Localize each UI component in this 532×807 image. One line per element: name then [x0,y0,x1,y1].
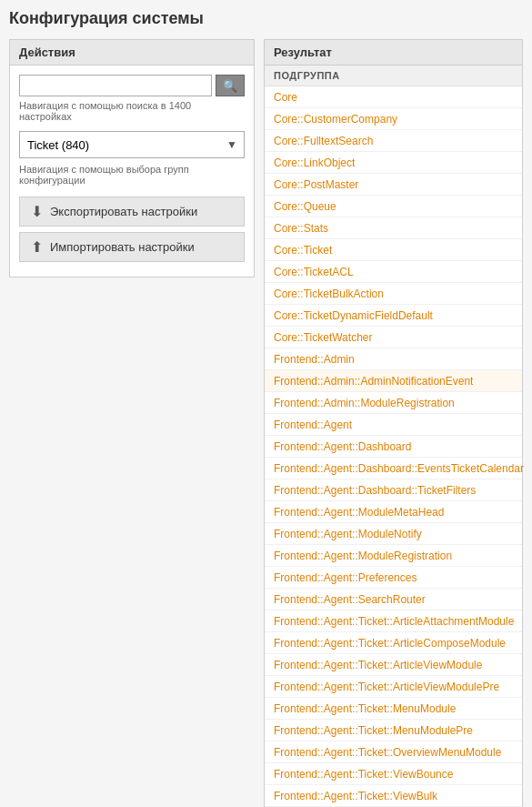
list-item: Core::Stats [265,217,522,239]
result-link-23[interactable]: Frontend::Agent::SearchRouter [274,593,426,606]
result-list: CoreCore::CustomerCompanyCore::FulltextS… [265,86,522,807]
import-label: Импортировать настройки [50,240,195,254]
result-link-12[interactable]: Frontend::Admin [274,353,355,366]
result-link-11[interactable]: Core::TicketWatcher [274,331,372,344]
group-select-wrapper: Ticket (840) Core (200) Frontend (300) ▼ [19,131,245,158]
list-item: Core::TicketDynamicFieldDefault [265,305,522,327]
result-link-2[interactable]: Core::FulltextSearch [274,135,373,147]
search-hint: Навигация с помощью поиска в 1400 настро… [19,100,245,122]
list-item: Frontend::Agent::Dashboard::TicketFilter… [265,479,522,501]
result-link-30[interactable]: Frontend::Agent::Ticket::OverviewMenuMod… [274,746,501,759]
result-link-13[interactable]: Frontend::Admin::AdminNotificationEvent [274,375,473,388]
result-link-26[interactable]: Frontend::Agent::Ticket::ArticleViewModu… [274,659,482,671]
result-link-21[interactable]: Frontend::Agent::ModuleRegistration [274,550,452,562]
result-link-3[interactable]: Core::LinkObject [274,156,355,169]
result-link-8[interactable]: Core::TicketACL [274,266,354,278]
list-item: Core [265,86,522,108]
search-row: 🔍 [19,75,245,96]
result-link-18[interactable]: Frontend::Agent::Dashboard::TicketFilter… [274,484,476,497]
result-link-5[interactable]: Core::Queue [274,200,336,213]
list-item: Frontend::Agent::Dashboard::EventsTicket… [265,458,522,479]
list-item: Frontend::Agent::Ticket::MenuModulePre [265,720,522,741]
list-item: Frontend::Agent::Ticket::ArticleAttachme… [265,610,522,632]
list-item: Frontend::Admin [265,348,522,370]
list-item: Frontend::Admin::ModuleRegistration [265,392,522,414]
list-item: Frontend::Agent::Ticket::ArticleViewModu… [265,676,522,698]
list-item: Frontend::Agent::ModuleMetaHead [265,501,522,523]
left-panel: Действия 🔍 Навигация с помощью поиска в … [9,39,255,277]
list-item: Frontend::Agent::Ticket::OverviewMenuMod… [265,741,522,763]
result-link-17[interactable]: Frontend::Agent::Dashboard::EventsTicket… [274,462,524,475]
result-link-1[interactable]: Core::CustomerCompany [274,113,397,126]
subgroup-label: ПОДГРУППА [265,66,522,86]
result-link-32[interactable]: Frontend::Agent::Ticket::ViewBulk [274,790,437,802]
list-item: Core::TicketWatcher [265,327,522,348]
list-item: Frontend::Agent [265,414,522,436]
result-link-19[interactable]: Frontend::Agent::ModuleMetaHead [274,506,444,519]
result-panel-body: ПОДГРУППА CoreCore::CustomerCompanyCore:… [264,66,523,807]
select-hint: Навигация с помощью выбора групп конфигу… [19,164,245,186]
group-select[interactable]: Ticket (840) Core (200) Frontend (300) [19,131,245,158]
list-item: Frontend::Agent::Preferences [265,567,522,589]
export-label: Экспортировать настройки [50,205,197,218]
list-item: Frontend::Agent::Ticket::ArticleComposeM… [265,632,522,654]
result-link-7[interactable]: Core::Ticket [274,244,332,257]
list-item: Frontend::Admin::AdminNotificationEvent [265,370,522,392]
search-input[interactable] [19,75,212,96]
result-link-9[interactable]: Core::TicketBulkAction [274,287,384,300]
result-link-0[interactable]: Core [274,91,297,104]
search-button[interactable]: 🔍 [216,75,245,96]
upload-icon: ⬆ [31,238,43,256]
list-item: Core::Ticket [265,239,522,261]
result-link-22[interactable]: Frontend::Agent::Preferences [274,571,417,584]
result-link-31[interactable]: Frontend::Agent::Ticket::ViewBounce [274,768,453,781]
result-link-25[interactable]: Frontend::Agent::Ticket::ArticleComposeM… [274,637,506,650]
list-item: Frontend::Agent::SearchRouter [265,589,522,610]
list-item: Core::FulltextSearch [265,130,522,152]
right-panel: Результат ПОДГРУППА CoreCore::CustomerCo… [264,39,523,807]
result-link-16[interactable]: Frontend::Agent::Dashboard [274,440,411,453]
result-link-15[interactable]: Frontend::Agent [274,419,352,431]
list-item: Frontend::Agent::Ticket::ViewBulk [265,785,522,807]
list-item: Core::PostMaster [265,174,522,196]
list-item: Core::LinkObject [265,152,522,174]
list-item: Frontend::Agent::Dashboard [265,436,522,458]
result-link-24[interactable]: Frontend::Agent::Ticket::ArticleAttachme… [274,615,514,628]
result-link-29[interactable]: Frontend::Agent::Ticket::MenuModulePre [274,724,473,737]
list-item: Core::Queue [265,196,522,217]
list-item: Core::TicketBulkAction [265,283,522,305]
import-button[interactable]: ⬆ Импортировать настройки [19,232,245,262]
list-item: Core::TicketACL [265,261,522,283]
list-item: Core::CustomerCompany [265,108,522,130]
list-item: Frontend::Agent::ModuleRegistration [265,545,522,567]
result-link-6[interactable]: Core::Stats [274,222,328,235]
result-panel-header: Результат [264,39,523,66]
page-container: Конфигурация системы Действия 🔍 Навигаци… [0,0,532,807]
actions-panel-header: Действия [9,39,255,66]
result-link-20[interactable]: Frontend::Agent::ModuleNotify [274,528,422,540]
result-link-28[interactable]: Frontend::Agent::Ticket::MenuModule [274,702,456,715]
download-icon: ⬇ [31,203,43,220]
list-item: Frontend::Agent::Ticket::ViewBounce [265,763,522,785]
list-item: Frontend::Agent::Ticket::MenuModule [265,698,522,720]
result-link-4[interactable]: Core::PostMaster [274,178,358,191]
actions-panel-body: 🔍 Навигация с помощью поиска в 1400 наст… [9,66,255,277]
list-item: Frontend::Agent::ModuleNotify [265,523,522,545]
main-layout: Действия 🔍 Навигация с помощью поиска в … [9,39,523,807]
result-link-14[interactable]: Frontend::Admin::ModuleRegistration [274,397,455,409]
page-title: Конфигурация системы [9,9,523,28]
result-link-27[interactable]: Frontend::Agent::Ticket::ArticleViewModu… [274,681,499,693]
result-link-10[interactable]: Core::TicketDynamicFieldDefault [274,309,433,322]
export-button[interactable]: ⬇ Экспортировать настройки [19,197,245,227]
list-item: Frontend::Agent::Ticket::ArticleViewModu… [265,654,522,676]
